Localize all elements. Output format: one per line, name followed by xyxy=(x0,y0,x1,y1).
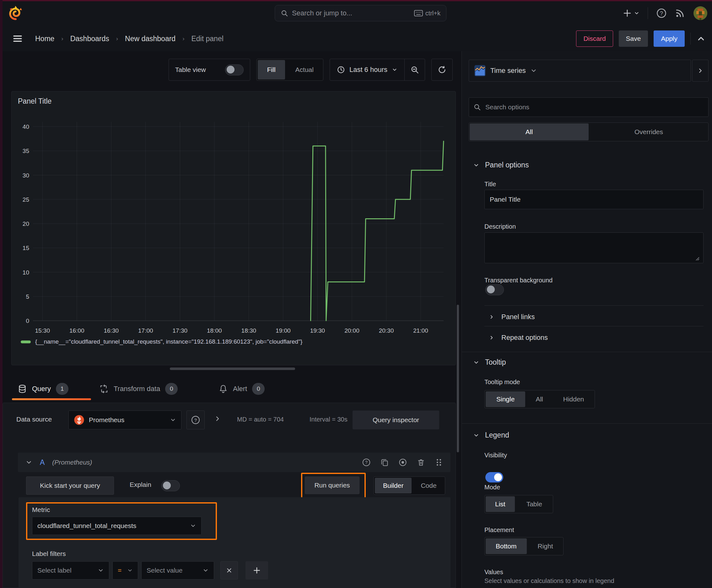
panel-options-header[interactable]: Panel options xyxy=(473,161,528,169)
time-range-button[interactable]: Last 6 hours xyxy=(330,59,404,80)
grafana-logo[interactable] xyxy=(7,5,24,21)
tooltip-single-option[interactable]: Single xyxy=(486,391,525,407)
legend-table-option[interactable]: Table xyxy=(516,495,553,513)
legend-list-option[interactable]: List xyxy=(486,496,515,512)
divider xyxy=(484,326,704,327)
tab-alert[interactable]: Alert 0 xyxy=(218,380,265,398)
svg-text:5: 5 xyxy=(26,293,29,300)
chevron-down-icon xyxy=(530,67,537,74)
resize-handle-icon[interactable] xyxy=(695,256,700,261)
tab-query-label: Query xyxy=(32,385,51,393)
chevron-down-icon xyxy=(127,568,133,573)
chevron-down-icon xyxy=(634,10,640,16)
chevron-down-icon xyxy=(202,567,209,573)
repeat-options-section[interactable]: Repeat options xyxy=(489,334,548,342)
zoom-out-button[interactable] xyxy=(405,59,425,80)
panel-links-section[interactable]: Panel links xyxy=(489,313,535,321)
legend-series-swatch[interactable] xyxy=(21,340,31,343)
discard-button[interactable]: Discard xyxy=(576,30,613,47)
query-help-icon[interactable]: ? xyxy=(362,458,371,467)
query-options-expand[interactable] xyxy=(214,415,221,422)
legend-series-name[interactable]: {__name__="cloudflared_tunnel_total_requ… xyxy=(35,338,302,345)
breadcrumb-separator: › xyxy=(116,35,118,42)
visualization-picker[interactable]: Time series xyxy=(469,60,691,82)
all-overrides-tabs: All Overrides xyxy=(469,123,709,141)
refresh-button[interactable] xyxy=(431,59,453,81)
code-option[interactable]: Code xyxy=(412,477,445,495)
apply-button[interactable]: Apply xyxy=(654,30,685,47)
builder-option[interactable]: Builder xyxy=(375,478,412,493)
svg-text:10: 10 xyxy=(23,269,29,276)
tooltip-mode-label: Tooltip mode xyxy=(484,378,520,386)
description-field[interactable] xyxy=(484,232,704,263)
duplicate-query-icon[interactable] xyxy=(380,458,389,467)
legend-header[interactable]: Legend xyxy=(473,431,509,439)
new-dashboard-button[interactable] xyxy=(623,8,640,18)
user-avatar[interactable] xyxy=(693,6,708,20)
tooltip-hidden-option[interactable]: Hidden xyxy=(553,391,595,408)
query-inspector-button[interactable]: Query inspector xyxy=(352,411,439,429)
drag-handle-icon[interactable] xyxy=(435,458,443,467)
global-search-input[interactable]: Search or jump to... ctrl+k xyxy=(275,5,447,21)
data-source-help-button[interactable]: ? xyxy=(187,411,205,429)
legend-visibility-toggle[interactable] xyxy=(486,472,503,482)
options-search[interactable] xyxy=(469,97,709,117)
tab-query[interactable]: Query 1 xyxy=(18,380,68,398)
vertical-scrollbar[interactable] xyxy=(457,305,459,452)
section-divider xyxy=(462,352,712,352)
chevron-up-icon xyxy=(696,34,706,43)
select-value-dropdown[interactable]: Select value xyxy=(141,561,214,580)
table-view-label: Table view xyxy=(175,66,206,74)
tab-transform[interactable]: Transform data 0 xyxy=(99,380,178,398)
chevron-down-icon xyxy=(473,359,479,365)
placement-right-option[interactable]: Right xyxy=(528,538,563,555)
table-view-toggle[interactable] xyxy=(225,64,244,76)
operator-dropdown[interactable]: = xyxy=(112,561,138,580)
metric-select[interactable]: cloudflared_tunnel_total_requests xyxy=(32,517,201,535)
rss-icon xyxy=(675,8,685,18)
actual-option[interactable]: Actual xyxy=(286,59,323,80)
kick-start-button[interactable]: Kick start your query xyxy=(26,477,114,495)
search-icon xyxy=(473,103,481,111)
transparent-bg-toggle[interactable] xyxy=(486,284,504,295)
select-label-placeholder: Select label xyxy=(37,567,71,574)
tab-all[interactable]: All xyxy=(470,123,589,141)
explain-label: Explain xyxy=(130,481,151,488)
select-label-dropdown[interactable]: Select label xyxy=(32,561,109,580)
fill-option[interactable]: Fill xyxy=(258,60,285,80)
chevron-down-icon[interactable] xyxy=(25,459,33,466)
visibility-label: Visibility xyxy=(484,452,507,459)
svg-text:16:00: 16:00 xyxy=(69,327,84,334)
breadcrumb-dashboards[interactable]: Dashboards xyxy=(70,35,109,43)
operator-value: = xyxy=(118,567,122,574)
hide-response-icon[interactable] xyxy=(398,458,407,467)
add-filter-button[interactable] xyxy=(245,561,268,580)
save-button[interactable]: Save xyxy=(619,30,648,47)
horizontal-scrollbar[interactable] xyxy=(170,368,295,370)
run-queries-button[interactable]: Run queries xyxy=(305,477,360,494)
title-field[interactable] xyxy=(489,195,699,204)
placement-bottom-option[interactable]: Bottom xyxy=(486,538,527,554)
news-button[interactable] xyxy=(675,8,685,18)
data-source-picker[interactable]: Prometheus xyxy=(68,411,181,429)
tooltip-header[interactable]: Tooltip xyxy=(473,358,506,366)
svg-text:17:00: 17:00 xyxy=(138,327,153,334)
svg-text:15: 15 xyxy=(23,245,29,251)
help-button[interactable]: ? xyxy=(656,8,667,19)
options-search-input[interactable] xyxy=(485,103,704,111)
menu-toggle[interactable] xyxy=(12,33,23,44)
collapse-header-button[interactable] xyxy=(696,34,706,43)
remove-filter-button[interactable] xyxy=(220,561,238,580)
breadcrumb-bar: Home › Dashboards › New dashboard › Edit… xyxy=(0,26,712,51)
toggle-viz-picker-button[interactable] xyxy=(692,60,709,82)
tab-alert-label: Alert xyxy=(233,385,247,393)
breadcrumb-new-dashboard[interactable]: New dashboard xyxy=(125,35,175,43)
legend-mode-label: Mode xyxy=(484,484,500,491)
breadcrumb-home[interactable]: Home xyxy=(35,35,54,43)
delete-query-icon[interactable] xyxy=(416,458,425,467)
tab-overrides[interactable]: Overrides xyxy=(589,123,708,141)
explain-toggle[interactable] xyxy=(161,480,180,491)
tooltip-all-option[interactable]: All xyxy=(526,391,552,408)
svg-text:18:00: 18:00 xyxy=(207,327,222,334)
query-row-header[interactable]: A (Prometheus) ? xyxy=(18,453,451,472)
